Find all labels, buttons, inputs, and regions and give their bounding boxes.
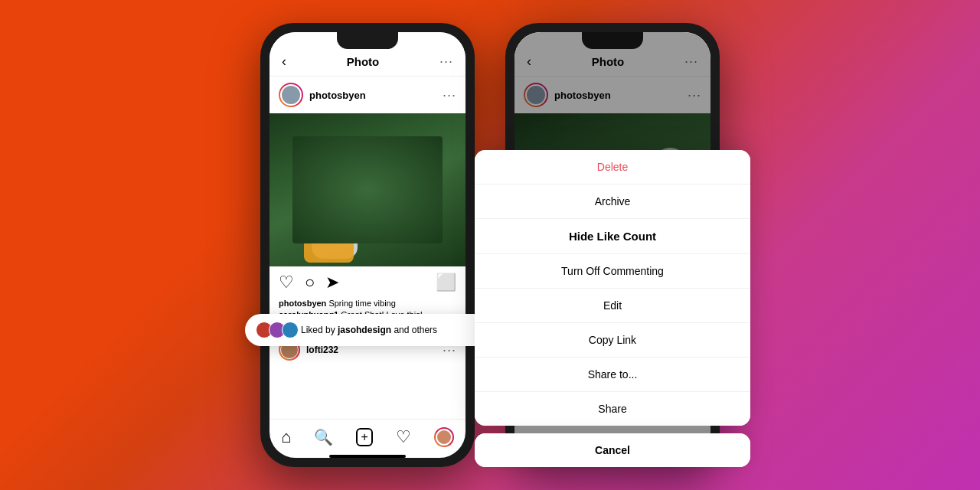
avatar-inner	[280, 84, 302, 106]
action-share[interactable]: Share	[475, 392, 750, 426]
header-title: Photo	[347, 55, 380, 68]
right-header-title: Photo	[592, 55, 625, 68]
nav-add-icon[interactable]: +	[356, 428, 372, 446]
commenter-name: lofti232	[306, 345, 338, 355]
right-post-header: photosbyen ···	[514, 77, 710, 113]
post-user: photosbyen	[279, 83, 366, 107]
tooltip-suffix: and others	[391, 325, 437, 335]
nav-search-icon[interactable]: 🔍	[314, 428, 333, 446]
like-icon[interactable]: ♡	[279, 273, 294, 292]
home-bar	[329, 455, 406, 458]
notch	[337, 32, 398, 49]
save-icon[interactable]: ⬜	[436, 273, 456, 292]
post-header: photosbyen ···	[270, 77, 466, 113]
right-post-user: photosbyen	[524, 83, 611, 107]
tooltip-text: Liked by jasohdesign and others	[301, 325, 437, 335]
right-avatar	[524, 83, 548, 107]
left-phone: ‹ Photo ··· photosbyen ···	[260, 23, 475, 467]
right-post-username[interactable]: photosbyen	[554, 90, 611, 101]
post-username[interactable]: photosbyen	[309, 90, 366, 101]
back-icon[interactable]: ‹	[282, 54, 286, 70]
caption-content: Spring time vibing	[328, 299, 395, 308]
tooltip-username: jasohdesign	[338, 325, 391, 335]
caption-username: photosbyen	[279, 299, 326, 308]
action-archive[interactable]: Archive	[475, 185, 750, 219]
bottom-nav: ⌂ 🔍 + ♡	[270, 419, 466, 452]
post-caption: photosbyen Spring time vibing	[270, 299, 466, 310]
nav-heart-icon[interactable]: ♡	[396, 427, 411, 447]
action-bar: ♡ ○ ➤ ⬜	[270, 266, 466, 299]
right-avatar-inner	[525, 84, 547, 106]
comment-icon[interactable]: ○	[305, 273, 315, 292]
avatar	[279, 83, 303, 107]
action-edit[interactable]: Edit	[475, 289, 750, 323]
nav-home-icon[interactable]: ⌂	[281, 427, 291, 447]
action-turn-off-commenting[interactable]: Turn Off Commenting	[475, 254, 750, 289]
left-phone-screen: ‹ Photo ··· photosbyen ···	[270, 32, 466, 458]
post-image-bg	[270, 113, 466, 266]
right-header-more-icon[interactable]: ···	[684, 54, 698, 70]
nav-profile-avatar	[436, 429, 452, 446]
action-icons-left: ♡ ○ ➤	[279, 273, 339, 292]
share-icon[interactable]: ➤	[325, 273, 339, 292]
nav-profile-icon[interactable]	[434, 427, 454, 447]
header-more-icon[interactable]: ···	[439, 54, 453, 70]
action-sheet-overlay: Delete Archive Hide Like Count Turn Off …	[475, 150, 750, 467]
action-copy-link[interactable]: Copy Link	[475, 323, 750, 358]
right-post-more-icon[interactable]: ···	[688, 87, 701, 103]
liked-tooltip: Liked by jasohdesign and others	[245, 314, 490, 346]
action-sheet: Delete Archive Hide Like Count Turn Off …	[475, 150, 750, 426]
action-cancel[interactable]: Cancel	[475, 433, 750, 467]
action-delete[interactable]: Delete	[475, 150, 750, 185]
right-back-icon[interactable]: ‹	[527, 54, 531, 70]
action-hide-like[interactable]: Hide Like Count	[475, 219, 750, 254]
right-notch	[582, 32, 643, 49]
tooltip-avatar-3	[282, 322, 299, 338]
post-image	[270, 113, 466, 266]
action-share-to[interactable]: Share to...	[475, 358, 750, 392]
post-more-icon[interactable]: ···	[443, 87, 456, 103]
tooltip-avatars	[256, 322, 295, 338]
foliage-bg	[292, 136, 443, 243]
action-sheet-cancel: Cancel	[475, 433, 750, 467]
